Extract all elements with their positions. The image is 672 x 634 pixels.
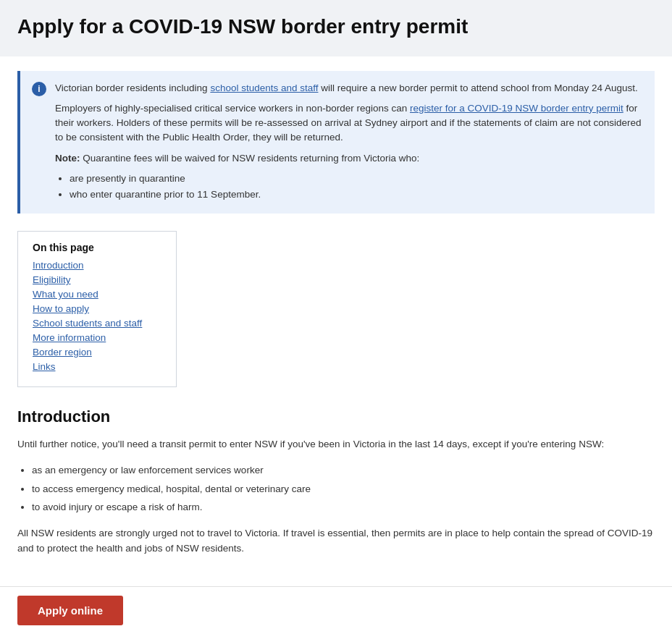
- toc-item-school-students[interactable]: School students and staff: [33, 317, 161, 329]
- toc-item-introduction[interactable]: Introduction: [33, 259, 161, 271]
- info-line1b: will require a new border permit to atte…: [318, 83, 637, 93]
- page-title: Apply for a COVID-19 NSW border entry pe…: [17, 14, 655, 39]
- apply-button-bar: Apply online: [0, 586, 672, 634]
- on-this-page-box: On this page Introduction Eligibility Wh…: [17, 231, 177, 387]
- school-students-link[interactable]: school students and staff: [210, 83, 318, 93]
- intro-bullet-1: as an emergency or law enforcement servi…: [32, 462, 655, 478]
- info-line1: Victorian border residents including: [55, 83, 210, 93]
- toc-item-more-information[interactable]: More information: [33, 331, 161, 343]
- note-bullet-1: are presently in quarantine: [70, 172, 643, 186]
- note-label: Note:: [55, 153, 80, 164]
- info-content: Victorian border residents including sch…: [55, 81, 643, 204]
- info-box: i Victorian border residents including s…: [17, 71, 655, 214]
- introduction-para2: All NSW residents are strongly urged not…: [17, 525, 655, 557]
- introduction-bullets: as an emergency or law enforcement servi…: [17, 462, 655, 515]
- apply-online-button[interactable]: Apply online: [17, 596, 123, 625]
- introduction-para1: Until further notice, you'll need a tran…: [17, 436, 655, 452]
- on-this-page-list: Introduction Eligibility What you need H…: [33, 259, 161, 372]
- toc-item-what-you-need[interactable]: What you need: [33, 288, 161, 300]
- introduction-title: Introduction: [17, 407, 655, 426]
- on-this-page-title: On this page: [33, 242, 161, 253]
- intro-bullet-2: to access emergency medical, hospital, d…: [32, 481, 655, 497]
- toc-item-eligibility[interactable]: Eligibility: [33, 274, 161, 285]
- toc-item-border-region[interactable]: Border region: [33, 346, 161, 358]
- introduction-section: Introduction Until further notice, you'l…: [17, 407, 655, 557]
- info-line2: Employers of highly-specialised critical…: [55, 103, 410, 114]
- info-icon: i: [32, 82, 46, 96]
- toc-item-links[interactable]: Links: [33, 360, 161, 372]
- register-permit-link[interactable]: register for a COVID-19 NSW border entry…: [410, 103, 623, 114]
- intro-bullet-3: to avoid injury or escape a risk of harm…: [32, 499, 655, 515]
- toc-item-how-to-apply[interactable]: How to apply: [33, 303, 161, 314]
- note-bullet-2: who enter quarantine prior to 11 Septemb…: [70, 187, 643, 202]
- note-text: Quarantine fees will be waived for NSW r…: [80, 153, 420, 164]
